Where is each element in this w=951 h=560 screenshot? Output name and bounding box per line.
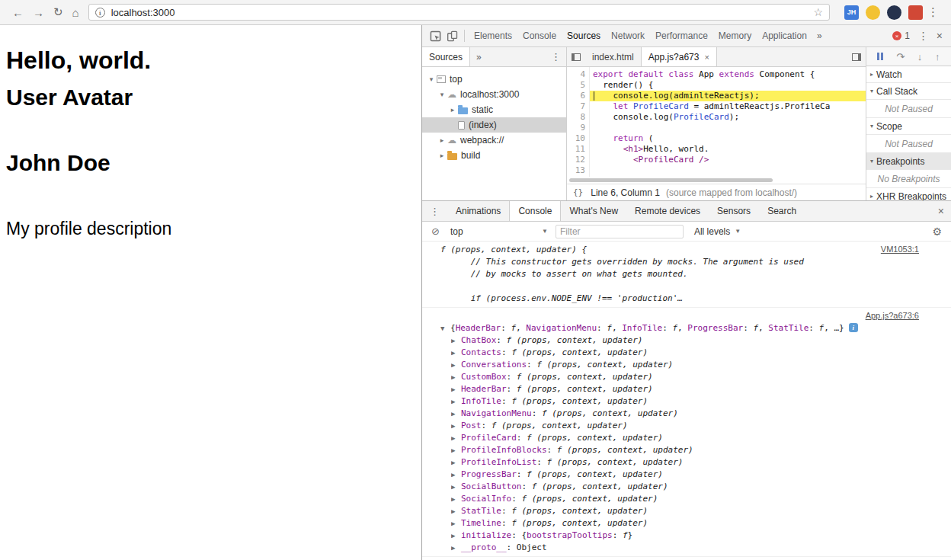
expand-triangle-icon[interactable]: ▶ xyxy=(451,456,461,469)
extension-icon-jh[interactable]: JH xyxy=(844,5,859,20)
back-icon[interactable]: ← xyxy=(12,6,24,19)
clear-console-icon[interactable]: ⊘ xyxy=(431,226,440,237)
drawer-close-icon[interactable]: × xyxy=(931,201,951,221)
scrollbar-thumb[interactable] xyxy=(569,178,773,182)
object-property[interactable]: ▶Conversations: f (props, context, updat… xyxy=(451,359,942,371)
collapse-triangle-icon[interactable]: ▼ xyxy=(440,322,450,334)
expand-triangle-icon[interactable]: ▶ xyxy=(451,347,461,359)
drawer-tab-animations[interactable]: Animations xyxy=(447,201,509,221)
devtools-tab-network[interactable]: Network xyxy=(606,25,650,47)
more-panels-icon[interactable]: » xyxy=(812,30,827,41)
address-bar[interactable]: localhost:3000 ☆ xyxy=(88,4,830,21)
log-level-selector[interactable]: All levels ▼ xyxy=(694,226,741,237)
expander-icon[interactable]: ▾ xyxy=(427,75,436,83)
object-property[interactable]: ▶InfoTile: f (props, context, updater) xyxy=(451,395,942,408)
debugger-section-scope[interactable]: ▾Scope xyxy=(866,118,951,135)
navigator-menu-icon[interactable]: ⋮ xyxy=(546,51,566,62)
object-property[interactable]: ▶StatTile: f (props, context, updater) xyxy=(451,505,942,517)
object-property[interactable]: ▶CustomBox: f (props, context, updater) xyxy=(451,371,942,383)
expand-triangle-icon[interactable]: ▶ xyxy=(451,517,461,530)
pretty-print-icon[interactable]: {} xyxy=(573,187,583,197)
object-property[interactable]: ▶Post: f (props, context, updater) xyxy=(451,420,942,432)
debugger-section-xhr-breakpoints[interactable]: ▸XHR Breakpoints xyxy=(866,188,951,200)
devtools-tab-performance[interactable]: Performance xyxy=(650,25,713,47)
object-preview[interactable]: ▼{HeaderBar: f, NavigationMenu: f, InfoT… xyxy=(440,322,942,334)
pause-script-icon[interactable] xyxy=(877,53,883,60)
device-toolbar-icon[interactable] xyxy=(443,28,460,43)
drawer-tab-remote-devices[interactable]: Remote devices xyxy=(626,201,709,221)
devtools-tab-console[interactable]: Console xyxy=(517,25,562,47)
step-over-icon[interactable]: ↷ xyxy=(896,52,905,62)
devtools-close-icon[interactable]: × xyxy=(937,30,943,42)
source-location-link[interactable]: App.js?a673:6 xyxy=(866,311,919,320)
debugger-section-watch[interactable]: ▸Watch xyxy=(866,66,951,83)
toggle-navigator-icon[interactable] xyxy=(567,47,585,66)
expander-icon[interactable]: ▸ xyxy=(437,152,447,159)
more-navigator-tabs-icon[interactable]: » xyxy=(470,52,488,62)
object-property[interactable]: ▶ProfileCard: f (props, context, updater… xyxy=(451,432,942,444)
expand-triangle-icon[interactable]: ▶ xyxy=(451,383,461,395)
reload-icon[interactable]: ↻ xyxy=(53,5,63,19)
error-badge[interactable]: × 1 xyxy=(892,30,910,41)
expand-triangle-icon[interactable]: ▶ xyxy=(451,542,461,554)
extension-icon-2[interactable] xyxy=(866,5,880,20)
tree-item-index[interactable]: (index) xyxy=(422,117,566,133)
tree-item-webpack[interactable]: ▸webpack:// xyxy=(422,133,566,148)
source-location-link[interactable]: VM1053:1 xyxy=(881,245,919,254)
url-text[interactable]: localhost:3000 xyxy=(111,7,814,18)
extension-icon-4[interactable] xyxy=(908,5,923,20)
context-selector[interactable]: top ▼ xyxy=(450,226,548,237)
devtools-menu-icon[interactable]: ⋮ xyxy=(918,30,929,42)
object-property[interactable]: ▶initialize: {bootstrapTooltips: f} xyxy=(451,530,942,542)
expand-triangle-icon[interactable]: ▶ xyxy=(451,371,461,383)
close-tab-icon[interactable]: × xyxy=(704,53,709,62)
object-property[interactable]: ▶ProfileInfoBlocks: f (props, context, u… xyxy=(451,444,942,456)
object-property[interactable]: ▶HeaderBar: f (props, context, updater) xyxy=(451,383,942,395)
devtools-tab-elements[interactable]: Elements xyxy=(469,25,517,47)
object-property[interactable]: ▶ProgressBar: f (props, context, updater… xyxy=(451,469,942,481)
console-settings-icon[interactable]: ⚙ xyxy=(932,226,942,238)
expand-triangle-icon[interactable]: ▶ xyxy=(451,334,461,347)
tree-item-build[interactable]: ▸build xyxy=(422,148,566,163)
object-property[interactable]: ▶ChatBox: f (props, context, updater) xyxy=(451,334,942,347)
devtools-tab-application[interactable]: Application xyxy=(757,25,812,47)
object-property[interactable]: ▶ProfileInfoList: f (props, context, upd… xyxy=(451,456,942,469)
expander-icon[interactable]: ▾ xyxy=(437,91,447,98)
editor-tab-index-html[interactable]: index.html xyxy=(585,47,642,66)
drawer-menu-icon[interactable]: ⋮ xyxy=(422,201,447,221)
code-editor[interactable]: 45678910111213 export default class App … xyxy=(567,67,866,177)
object-property[interactable]: ▶SocialButton: f (props, context, update… xyxy=(451,481,942,493)
browser-menu-icon[interactable]: ⋮ xyxy=(927,5,939,19)
debugger-section-breakpoints[interactable]: ▾Breakpoints xyxy=(866,153,951,170)
forward-icon[interactable]: → xyxy=(33,6,44,19)
extension-icon-3[interactable] xyxy=(887,5,901,20)
expander-icon[interactable]: ▸ xyxy=(437,136,447,144)
expand-triangle-icon[interactable]: ▶ xyxy=(451,505,461,517)
expand-triangle-icon[interactable]: ▶ xyxy=(451,444,461,456)
toggle-debugger-icon[interactable] xyxy=(847,47,866,66)
tree-item-localhost-3000[interactable]: ▾localhost:3000 xyxy=(422,87,566,102)
expand-triangle-icon[interactable]: ▶ xyxy=(451,359,461,371)
object-property[interactable]: ▶SocialInfo: f (props, context, updater) xyxy=(451,493,942,505)
devtools-tab-memory[interactable]: Memory xyxy=(713,25,757,47)
devtools-tab-sources[interactable]: Sources xyxy=(562,25,606,47)
bookmark-star-icon[interactable]: ☆ xyxy=(813,6,823,18)
home-icon[interactable]: ⌂ xyxy=(72,6,79,19)
drawer-tab-console[interactable]: Console xyxy=(509,201,561,221)
object-property[interactable]: ▶Contacts: f (props, context, updater) xyxy=(451,347,942,359)
expand-triangle-icon[interactable]: ▶ xyxy=(451,408,461,420)
horizontal-scrollbar[interactable] xyxy=(567,177,866,184)
step-out-icon[interactable]: ↑ xyxy=(935,52,940,62)
debugger-section-call-stack[interactable]: ▾Call Stack xyxy=(866,83,951,100)
navigator-tab-sources[interactable]: Sources xyxy=(422,47,470,66)
drawer-tab-search[interactable]: Search xyxy=(759,201,805,221)
tree-item-top[interactable]: ▾top xyxy=(422,72,566,87)
drawer-tab-what-s-new[interactable]: What's New xyxy=(561,201,626,221)
tree-item-static[interactable]: ▸static xyxy=(422,102,566,117)
expand-triangle-icon[interactable]: ▶ xyxy=(451,530,461,542)
expand-triangle-icon[interactable]: ▶ xyxy=(451,493,461,505)
drawer-tab-sensors[interactable]: Sensors xyxy=(709,201,759,221)
expand-triangle-icon[interactable]: ▶ xyxy=(451,432,461,444)
inspect-element-icon[interactable] xyxy=(427,28,443,43)
object-property[interactable]: ▶NavigationMenu: f (props, context, upda… xyxy=(451,408,942,420)
